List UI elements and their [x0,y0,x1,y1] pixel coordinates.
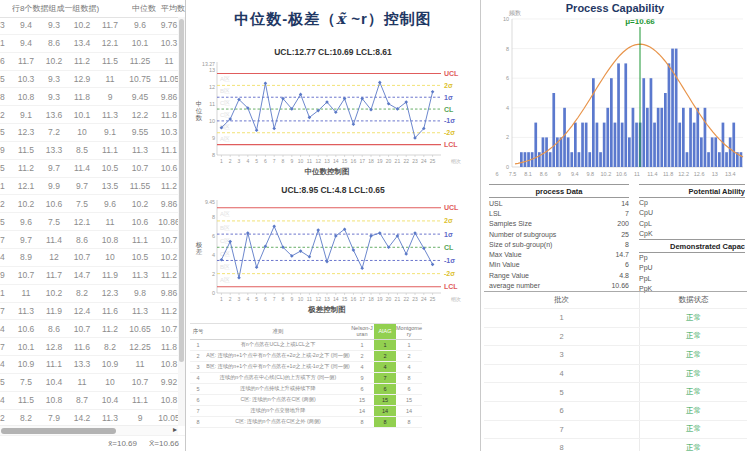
cell[interactable]: 12.3 [12,127,40,137]
histogram-bar[interactable] [671,49,674,167]
cell[interactable]: 9.7 [68,181,96,191]
cell[interactable]: 5 [0,377,12,387]
cell[interactable]: 9.1 [96,127,124,137]
cell[interactable]: 12.1 [68,217,96,227]
cell[interactable]: 11 [68,377,96,387]
cell[interactable]: 8.5 [68,145,96,155]
cell[interactable]: 9.7 [40,163,68,173]
histogram-bar[interactable] [574,123,577,167]
cell[interactable]: 5 [0,217,12,227]
cell[interactable]: 11 [96,217,124,227]
histogram-bar[interactable] [588,152,591,167]
horizontal-scrollbar-thumb[interactable] [1,428,116,434]
cell[interactable]: 12.3 [96,288,124,298]
cell[interactable]: 11.8 [156,342,178,352]
data-point[interactable] [404,252,408,256]
cell[interactable]: 12.4 [68,306,96,316]
histogram-bar[interactable] [725,152,728,167]
cell[interactable]: 8.9 [12,252,40,262]
cell[interactable]: 10.7 [124,377,156,387]
data-point[interactable] [378,81,382,85]
histogram-bar[interactable] [596,123,599,167]
cell[interactable]: 9 [0,270,12,280]
cell[interactable]: 9.1 [12,110,40,120]
cell[interactable]: 1 [0,38,12,48]
cell[interactable]: 2 [0,199,12,209]
cell[interactable]: 10.1 [12,342,40,352]
cell[interactable]: 7.2 [40,127,68,137]
col-header-median[interactable]: 中位数 [128,3,160,14]
histogram-bar[interactable] [599,152,602,167]
cell[interactable]: 10.6 [156,163,178,173]
cell[interactable]: 9.76 [156,20,178,30]
cell[interactable]: 9.4 [12,38,40,48]
cell[interactable]: 11.3 [12,306,40,316]
cell[interactable]: 11.25 [124,56,156,66]
histogram-bar[interactable] [520,152,523,167]
cell[interactable]: 11.7 [40,270,68,280]
cell[interactable]: 11.6 [68,342,96,352]
histogram-bar[interactable] [693,123,696,167]
cell[interactable]: 4 [0,359,12,369]
col-header-mean[interactable]: 平均数 [160,3,186,14]
cell[interactable]: 11 [156,56,178,66]
histogram-bar[interactable] [653,123,656,167]
cell[interactable]: 5 [0,74,12,84]
cell[interactable]: 12.9 [68,74,96,84]
data-point[interactable] [254,128,258,132]
histogram-bar[interactable] [578,152,581,167]
cell[interactable]: 9.6 [12,217,40,227]
cell[interactable]: 8.6 [40,38,68,48]
cell[interactable]: 11.5 [96,56,124,66]
cell[interactable]: 10.8 [156,395,178,405]
histogram-bar[interactable] [682,108,685,167]
histogram-bar[interactable] [603,123,606,167]
cell[interactable]: 9.6 [96,199,124,209]
histogram-bar[interactable] [678,123,681,167]
cell[interactable]: 10.7 [124,163,156,173]
cell[interactable]: 10.2 [12,199,40,209]
histogram-bar[interactable] [614,123,617,167]
histogram-bar[interactable] [552,93,555,167]
cell[interactable]: 8.2 [96,342,124,352]
cell[interactable]: 10.7 [68,324,96,334]
cell[interactable]: 9.8 [124,288,156,298]
cell[interactable]: 12.25 [124,342,156,352]
data-point[interactable] [254,266,258,270]
cell[interactable]: 9.86 [156,199,178,209]
data-point[interactable] [263,82,267,86]
data-point[interactable] [430,90,434,94]
cell[interactable]: 9.45 [124,92,156,102]
cell[interactable]: 10.8 [40,395,68,405]
histogram-bar[interactable] [570,152,573,167]
cell[interactable]: 10.7 [156,324,178,334]
histogram-bar[interactable] [686,152,689,167]
data-point[interactable] [430,263,434,267]
cell[interactable]: 11.2 [156,181,178,191]
cell[interactable]: 11.6 [96,306,124,316]
cell[interactable]: 10.7 [68,252,96,262]
cell[interactable]: 11.3 [96,110,124,120]
cell[interactable]: 14.7 [68,270,96,280]
cell[interactable]: 1 [0,288,12,298]
histogram-bar[interactable] [642,78,645,167]
cell[interactable]: 11.2 [12,163,40,173]
data-point[interactable] [316,228,320,232]
histogram-bar[interactable] [581,123,584,167]
histogram-bar[interactable] [542,137,545,167]
cell[interactable]: 7 [0,306,12,316]
histogram-bar[interactable] [632,108,635,167]
histogram-bar[interactable] [628,137,631,167]
histogram-bar[interactable] [617,63,620,167]
cell[interactable]: 9.9 [40,181,68,191]
vertical-scrollbar[interactable] [178,17,185,426]
cell[interactable]: 1 [0,181,12,191]
cell[interactable]: 11.2 [68,56,96,66]
cell[interactable]: 9.3 [40,92,68,102]
cell[interactable]: 9.3 [40,20,68,30]
cell[interactable]: 11.3 [124,145,156,155]
cell[interactable]: 7.5 [40,217,68,227]
cell[interactable]: 10.65 [124,324,156,334]
cell[interactable]: 12.8 [40,342,68,352]
histogram-bar[interactable] [711,137,714,167]
